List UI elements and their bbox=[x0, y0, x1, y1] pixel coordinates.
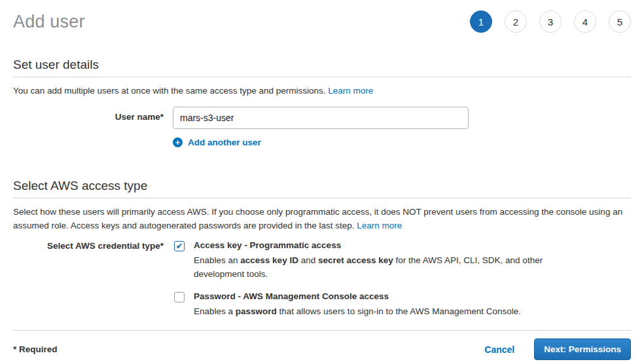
wizard-footer: * Required Cancel Next: Permissions bbox=[13, 330, 631, 364]
credential-options: Access key - Programmatic access Enables… bbox=[174, 240, 560, 318]
add-another-user-link[interactable]: + Add another user bbox=[173, 137, 261, 147]
desc-bold: secret access key bbox=[318, 255, 393, 265]
password-checkbox[interactable] bbox=[174, 292, 185, 302]
user-details-intro: You can add multiple users at once with … bbox=[13, 84, 631, 98]
add-another-user-label: Add another user bbox=[188, 137, 261, 147]
learn-more-link-user-details[interactable]: Learn more bbox=[328, 86, 373, 96]
add-user-page: Add user 1 2 3 4 5 Set user details You … bbox=[0, 0, 644, 364]
required-note: * Required bbox=[13, 344, 58, 354]
wizard-step-2[interactable]: 2 bbox=[505, 10, 527, 33]
learn-more-link-access-type[interactable]: Learn more bbox=[357, 221, 402, 230]
page-header: Add user 1 2 3 4 5 bbox=[13, 0, 631, 46]
access-key-checkbox[interactable] bbox=[174, 241, 185, 251]
desc-text: Enables an bbox=[194, 255, 240, 265]
page-title: Add user bbox=[13, 12, 85, 32]
password-title: Password - AWS Management Console access bbox=[194, 291, 521, 301]
desc-bold: access key ID bbox=[240, 255, 298, 265]
desc-text: that allows users to sign-in to the AWS … bbox=[277, 306, 521, 316]
wizard-step-1[interactable]: 1 bbox=[470, 10, 492, 33]
section-heading-access-type: Select AWS access type bbox=[13, 179, 631, 198]
wizard-step-5[interactable]: 5 bbox=[609, 10, 631, 33]
access-key-description: Enables an access key ID and secret acce… bbox=[194, 253, 560, 281]
access-type-intro-text: Select how these users will primarily ac… bbox=[13, 207, 622, 230]
access-type-intro: Select how these users will primarily ac… bbox=[13, 205, 631, 232]
username-row: User name* bbox=[13, 107, 631, 129]
access-key-title: Access key - Programmatic access bbox=[194, 240, 560, 250]
wizard-step-4[interactable]: 4 bbox=[574, 10, 596, 33]
section-access-type: Select AWS access type Select how these … bbox=[13, 179, 631, 318]
section-heading-user-details: Set user details bbox=[13, 58, 631, 77]
plus-circle-icon: + bbox=[173, 137, 183, 147]
section-user-details: Set user details You can add multiple us… bbox=[13, 58, 631, 147]
username-input[interactable] bbox=[173, 107, 469, 129]
wizard-step-3[interactable]: 3 bbox=[539, 10, 562, 33]
next-permissions-button[interactable]: Next: Permissions bbox=[534, 338, 631, 360]
user-details-intro-text: You can add multiple users at once with … bbox=[13, 86, 328, 96]
desc-text: Enables a bbox=[194, 306, 236, 316]
desc-text: and bbox=[298, 255, 318, 265]
password-description: Enables a password that allows users to … bbox=[194, 304, 521, 318]
username-label: User name* bbox=[13, 107, 164, 129]
option-password: Password - AWS Management Console access… bbox=[174, 291, 560, 318]
cancel-link[interactable]: Cancel bbox=[484, 344, 514, 355]
desc-bold: password bbox=[236, 306, 277, 316]
wizard-steps: 1 2 3 4 5 bbox=[457, 10, 631, 33]
option-access-key: Access key - Programmatic access Enables… bbox=[174, 240, 560, 281]
credential-type-label: Select AWS credential type* bbox=[13, 240, 164, 318]
credential-type-row: Select AWS credential type* Access key -… bbox=[13, 240, 631, 318]
